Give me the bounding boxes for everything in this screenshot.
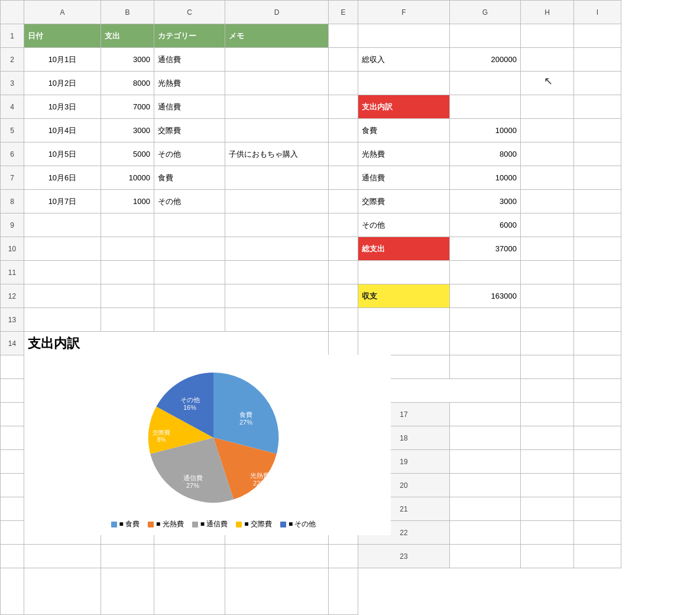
cell-6-d[interactable]: 子供におもちゃ購入 — [225, 143, 329, 166]
cell-11-c[interactable] — [154, 261, 225, 284]
cell-1-g[interactable] — [450, 24, 521, 48]
cell-23-h[interactable] — [225, 568, 329, 615]
cell-13-b[interactable] — [101, 308, 154, 332]
cell-13-h[interactable] — [521, 308, 574, 332]
col-header-c[interactable]: C — [154, 1, 225, 24]
cell-4-d[interactable] — [225, 95, 329, 119]
cell-10-g[interactable]: 37000 — [450, 237, 521, 261]
col-header-b[interactable]: B — [101, 1, 154, 24]
cell-2-g[interactable]: 200000 — [450, 48, 521, 72]
cell-6-h[interactable] — [521, 143, 574, 166]
cell-9-g[interactable]: 6000 — [450, 213, 521, 237]
cell-15-g[interactable] — [1, 379, 24, 403]
cell-10-h[interactable] — [521, 237, 574, 261]
cell-9-b[interactable] — [101, 213, 154, 237]
cell-8-g[interactable]: 3000 — [450, 190, 521, 213]
cell-9-e[interactable] — [329, 213, 358, 237]
cell-3-d[interactable] — [225, 72, 329, 95]
cell-12-f[interactable]: 収支 — [358, 284, 450, 308]
cell-14-g[interactable] — [1, 355, 24, 379]
cell-12-b[interactable] — [101, 284, 154, 308]
cell-2-d[interactable] — [225, 48, 329, 72]
cell-9-i[interactable] — [574, 213, 621, 237]
cell-6-e[interactable] — [329, 143, 358, 166]
cell-2-a[interactable]: 10月1日 — [24, 48, 101, 72]
cell-12-h[interactable] — [521, 284, 574, 308]
cell-15-e[interactable] — [521, 355, 574, 379]
cell-17-c[interactable] — [574, 403, 621, 426]
cell-4-f[interactable]: 支出内訳 — [358, 95, 450, 119]
cell-20-d[interactable] — [1, 497, 24, 521]
cell-7-f[interactable]: 通信費 — [358, 166, 450, 190]
cell-12-a[interactable] — [24, 284, 101, 308]
cell-12-i[interactable] — [574, 284, 621, 308]
cell-23-d[interactable] — [1, 568, 24, 615]
cell-4-e[interactable] — [329, 95, 358, 119]
cell-14-a[interactable]: 支出内訳 — [24, 332, 329, 355]
cell-2-h[interactable] — [521, 48, 574, 72]
cell-11-d[interactable] — [225, 261, 329, 284]
cell-13-a[interactable] — [24, 308, 101, 332]
cell-12-c[interactable] — [154, 284, 225, 308]
cell-11-h[interactable] — [521, 261, 574, 284]
cell-21-c[interactable] — [574, 497, 621, 521]
cell-18-a[interactable] — [450, 426, 521, 450]
col-header-f[interactable]: F — [358, 1, 450, 24]
cell-8-c[interactable]: その他 — [154, 190, 225, 213]
cell-22-g[interactable] — [154, 545, 225, 568]
cell-12-e[interactable] — [329, 284, 358, 308]
cell-1-a[interactable]: 日付 — [24, 24, 101, 48]
cell-13-f[interactable] — [358, 308, 450, 332]
cell-22-f[interactable] — [101, 545, 154, 568]
cell-2-b[interactable]: 3000 — [101, 48, 154, 72]
cell-1-h[interactable] — [521, 24, 574, 48]
cell-23-i[interactable] — [329, 568, 358, 615]
cell-20-b[interactable] — [521, 474, 574, 497]
cell-14-b[interactable] — [329, 332, 358, 355]
cell-13-d[interactable] — [225, 308, 329, 332]
cell-7-b[interactable]: 10000 — [101, 166, 154, 190]
cell-9-a[interactable] — [24, 213, 101, 237]
cell-11-b[interactable] — [101, 261, 154, 284]
cell-1-c[interactable]: カテゴリー — [154, 24, 225, 48]
cell-17-d[interactable] — [1, 426, 24, 450]
cell-19-d[interactable] — [1, 474, 24, 497]
cell-22-b[interactable] — [521, 521, 574, 545]
cell-1-b[interactable]: 支出 — [101, 24, 154, 48]
cell-14-f[interactable] — [574, 332, 621, 355]
cell-4-i[interactable] — [574, 95, 621, 119]
cell-22-a[interactable] — [450, 521, 521, 545]
cell-11-e[interactable] — [329, 261, 358, 284]
cell-3-b[interactable]: 8000 — [101, 72, 154, 95]
cell-12-g[interactable]: 163000 — [450, 284, 521, 308]
cell-16-c[interactable] — [574, 379, 621, 403]
cell-3-i[interactable] — [574, 72, 621, 95]
cell-5-f[interactable]: 食費 — [358, 119, 450, 143]
col-header-a[interactable]: A — [24, 1, 101, 24]
cell-7-c[interactable]: 食費 — [154, 166, 225, 190]
cell-14-e[interactable] — [521, 332, 574, 355]
cell-19-a[interactable] — [450, 450, 521, 474]
cell-10-b[interactable] — [101, 237, 154, 261]
cell-10-e[interactable] — [329, 237, 358, 261]
cell-9-d[interactable] — [225, 213, 329, 237]
cell-11-f[interactable] — [358, 261, 450, 284]
cell-14-c[interactable] — [358, 332, 450, 355]
cell-9-c[interactable] — [154, 213, 225, 237]
cell-22-d[interactable] — [1, 545, 24, 568]
cell-18-d[interactable] — [1, 450, 24, 474]
cell-8-b[interactable]: 1000 — [101, 190, 154, 213]
cell-3-a[interactable]: 10月2日 — [24, 72, 101, 95]
cell-8-e[interactable] — [329, 190, 358, 213]
cell-23-e[interactable] — [24, 568, 101, 615]
cell-2-e[interactable] — [329, 48, 358, 72]
cell-13-i[interactable] — [574, 308, 621, 332]
cell-5-b[interactable]: 3000 — [101, 119, 154, 143]
cell-5-c[interactable]: 交際費 — [154, 119, 225, 143]
cell-21-d[interactable] — [1, 521, 24, 545]
cell-3-g[interactable] — [450, 72, 521, 95]
cell-4-c[interactable]: 通信費 — [154, 95, 225, 119]
cell-15-d[interactable] — [450, 355, 521, 379]
cell-2-f[interactable]: 総収入 — [358, 48, 450, 72]
cell-4-h[interactable] — [521, 95, 574, 119]
